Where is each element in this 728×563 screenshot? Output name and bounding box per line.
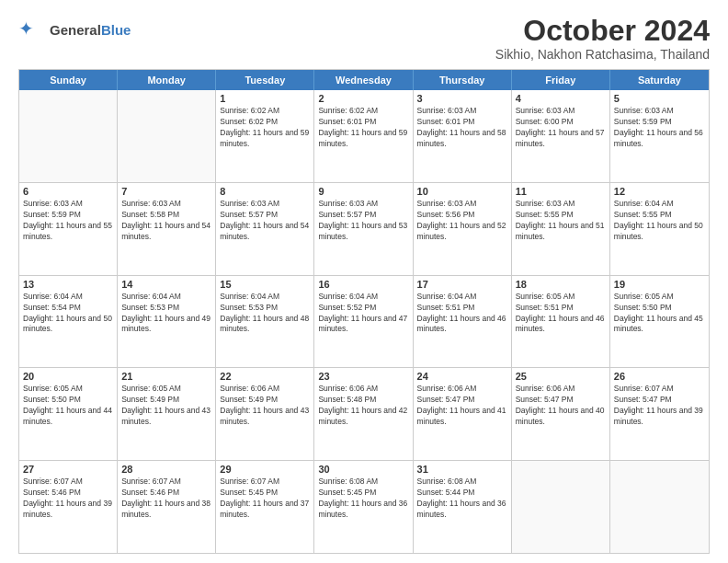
day-info: Sunrise: 6:04 AMSunset: 5:53 PMDaylight:…	[220, 292, 310, 336]
day-number: 21	[121, 371, 211, 382]
calendar-cell: 7Sunrise: 6:03 AMSunset: 5:58 PMDaylight…	[118, 183, 216, 275]
day-number: 5	[614, 93, 705, 104]
calendar-cell: 15Sunrise: 6:04 AMSunset: 5:53 PMDayligh…	[216, 276, 314, 368]
day-number: 22	[220, 371, 310, 382]
day-number: 30	[318, 464, 408, 475]
title-block: October 2024 Sikhio, Nakhon Ratchasima, …	[495, 15, 710, 62]
day-number: 1	[220, 93, 310, 104]
day-info: Sunrise: 6:04 AMSunset: 5:55 PMDaylight:…	[614, 199, 705, 243]
calendar-cell	[118, 90, 216, 182]
calendar-cell: 9Sunrise: 6:03 AMSunset: 5:57 PMDaylight…	[314, 183, 413, 275]
calendar-cell: 18Sunrise: 6:05 AMSunset: 5:51 PMDayligh…	[512, 276, 610, 368]
day-number: 6	[23, 186, 113, 197]
calendar-cell: 19Sunrise: 6:05 AMSunset: 5:50 PMDayligh…	[610, 276, 709, 368]
calendar-cell: 12Sunrise: 6:04 AMSunset: 5:55 PMDayligh…	[610, 183, 709, 275]
day-number: 8	[220, 186, 310, 197]
day-info: Sunrise: 6:03 AMSunset: 6:00 PMDaylight:…	[516, 106, 606, 150]
day-number: 7	[121, 186, 211, 197]
day-number: 15	[220, 279, 310, 290]
day-info: Sunrise: 6:02 AMSunset: 6:02 PMDaylight:…	[220, 106, 310, 150]
day-number: 27	[23, 464, 113, 475]
day-info: Sunrise: 6:03 AMSunset: 5:59 PMDaylight:…	[614, 106, 705, 150]
day-info: Sunrise: 6:03 AMSunset: 5:55 PMDaylight:…	[516, 199, 606, 243]
calendar-cell: 26Sunrise: 6:07 AMSunset: 5:47 PMDayligh…	[610, 368, 709, 460]
calendar-week: 13Sunrise: 6:04 AMSunset: 5:54 PMDayligh…	[19, 275, 709, 368]
day-number: 14	[121, 279, 211, 290]
calendar-header-cell: Sunday	[19, 70, 118, 90]
calendar-cell: 27Sunrise: 6:07 AMSunset: 5:46 PMDayligh…	[19, 461, 118, 553]
logo-blue: Blue	[101, 22, 131, 38]
calendar-cell: 5Sunrise: 6:03 AMSunset: 5:59 PMDaylight…	[610, 90, 709, 182]
day-info: Sunrise: 6:05 AMSunset: 5:49 PMDaylight:…	[121, 384, 211, 428]
calendar-week: 1Sunrise: 6:02 AMSunset: 6:02 PMDaylight…	[19, 90, 709, 182]
day-number: 2	[318, 93, 408, 104]
day-info: Sunrise: 6:08 AMSunset: 5:44 PMDaylight:…	[417, 477, 507, 521]
day-info: Sunrise: 6:04 AMSunset: 5:54 PMDaylight:…	[23, 292, 113, 336]
day-info: Sunrise: 6:03 AMSunset: 6:01 PMDaylight:…	[417, 106, 507, 150]
day-info: Sunrise: 6:05 AMSunset: 5:50 PMDaylight:…	[23, 384, 113, 428]
calendar-cell: 21Sunrise: 6:05 AMSunset: 5:49 PMDayligh…	[118, 368, 216, 460]
calendar-cell: 22Sunrise: 6:06 AMSunset: 5:49 PMDayligh…	[216, 368, 314, 460]
day-number: 17	[417, 279, 507, 290]
calendar-cell: 2Sunrise: 6:02 AMSunset: 6:01 PMDaylight…	[314, 90, 413, 182]
day-number: 18	[516, 279, 606, 290]
day-number: 25	[516, 371, 606, 382]
calendar-cell: 4Sunrise: 6:03 AMSunset: 6:00 PMDaylight…	[512, 90, 610, 182]
calendar-cell: 13Sunrise: 6:04 AMSunset: 5:54 PMDayligh…	[19, 276, 118, 368]
day-info: Sunrise: 6:07 AMSunset: 5:46 PMDaylight:…	[121, 477, 211, 521]
day-number: 20	[23, 371, 113, 382]
day-info: Sunrise: 6:03 AMSunset: 5:59 PMDaylight:…	[23, 199, 113, 243]
day-number: 19	[614, 279, 705, 290]
calendar-cell: 20Sunrise: 6:05 AMSunset: 5:50 PMDayligh…	[19, 368, 118, 460]
calendar-cell	[512, 461, 610, 553]
logo-icon: ✦	[18, 18, 48, 40]
svg-text:✦: ✦	[18, 18, 34, 39]
calendar-header-cell: Saturday	[610, 70, 709, 90]
calendar-cell: 8Sunrise: 6:03 AMSunset: 5:57 PMDaylight…	[216, 183, 314, 275]
calendar-cell: 24Sunrise: 6:06 AMSunset: 5:47 PMDayligh…	[414, 368, 512, 460]
day-info: Sunrise: 6:03 AMSunset: 5:58 PMDaylight:…	[121, 199, 211, 243]
page-title: October 2024	[495, 15, 710, 47]
calendar-cell: 11Sunrise: 6:03 AMSunset: 5:55 PMDayligh…	[512, 183, 610, 275]
day-number: 9	[318, 186, 408, 197]
day-number: 13	[23, 279, 113, 290]
calendar-header-cell: Wednesday	[314, 70, 413, 90]
calendar-cell: 25Sunrise: 6:06 AMSunset: 5:47 PMDayligh…	[512, 368, 610, 460]
day-number: 31	[417, 464, 507, 475]
calendar-header-cell: Thursday	[414, 70, 512, 90]
day-info: Sunrise: 6:06 AMSunset: 5:49 PMDaylight:…	[220, 384, 310, 428]
day-info: Sunrise: 6:04 AMSunset: 5:53 PMDaylight:…	[121, 292, 211, 336]
calendar-cell: 17Sunrise: 6:04 AMSunset: 5:51 PMDayligh…	[414, 276, 512, 368]
page: ✦ General Blue October 2024 Sikhio, Nakh…	[0, 0, 728, 563]
day-number: 24	[417, 371, 507, 382]
day-number: 26	[614, 371, 705, 382]
day-info: Sunrise: 6:03 AMSunset: 5:56 PMDaylight:…	[417, 199, 507, 243]
calendar-cell: 23Sunrise: 6:06 AMSunset: 5:48 PMDayligh…	[314, 368, 413, 460]
calendar-cell: 1Sunrise: 6:02 AMSunset: 6:02 PMDaylight…	[216, 90, 314, 182]
day-info: Sunrise: 6:07 AMSunset: 5:47 PMDaylight:…	[614, 384, 705, 428]
day-info: Sunrise: 6:04 AMSunset: 5:52 PMDaylight:…	[318, 292, 408, 336]
calendar-week: 6Sunrise: 6:03 AMSunset: 5:59 PMDaylight…	[19, 182, 709, 275]
calendar-cell: 14Sunrise: 6:04 AMSunset: 5:53 PMDayligh…	[118, 276, 216, 368]
day-info: Sunrise: 6:08 AMSunset: 5:45 PMDaylight:…	[318, 477, 408, 521]
day-info: Sunrise: 6:03 AMSunset: 5:57 PMDaylight:…	[318, 199, 408, 243]
day-info: Sunrise: 6:06 AMSunset: 5:47 PMDaylight:…	[516, 384, 606, 428]
day-info: Sunrise: 6:06 AMSunset: 5:47 PMDaylight:…	[417, 384, 507, 428]
day-info: Sunrise: 6:05 AMSunset: 5:50 PMDaylight:…	[614, 292, 705, 336]
calendar-cell: 3Sunrise: 6:03 AMSunset: 6:01 PMDaylight…	[414, 90, 512, 182]
day-number: 10	[417, 186, 507, 197]
calendar-cell: 30Sunrise: 6:08 AMSunset: 5:45 PMDayligh…	[314, 461, 413, 553]
day-number: 3	[417, 93, 507, 104]
day-info: Sunrise: 6:03 AMSunset: 5:57 PMDaylight:…	[220, 199, 310, 243]
calendar-header-cell: Monday	[118, 70, 216, 90]
calendar-cell: 10Sunrise: 6:03 AMSunset: 5:56 PMDayligh…	[414, 183, 512, 275]
day-number: 12	[614, 186, 705, 197]
logo: ✦ General Blue	[18, 18, 131, 40]
calendar-week: 27Sunrise: 6:07 AMSunset: 5:46 PMDayligh…	[19, 460, 709, 553]
calendar-cell: 28Sunrise: 6:07 AMSunset: 5:46 PMDayligh…	[118, 461, 216, 553]
day-number: 4	[516, 93, 606, 104]
day-info: Sunrise: 6:04 AMSunset: 5:51 PMDaylight:…	[417, 292, 507, 336]
day-info: Sunrise: 6:07 AMSunset: 5:45 PMDaylight:…	[220, 477, 310, 521]
header: ✦ General Blue October 2024 Sikhio, Nakh…	[18, 15, 710, 62]
page-subtitle: Sikhio, Nakhon Ratchasima, Thailand	[495, 47, 710, 62]
